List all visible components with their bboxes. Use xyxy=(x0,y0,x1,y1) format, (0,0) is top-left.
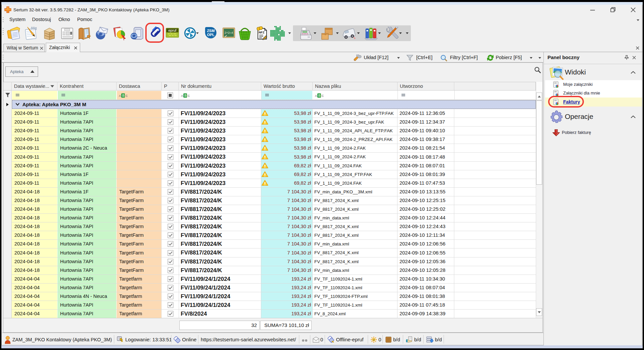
svg-text:B: B xyxy=(318,94,321,98)
svg-text:B: B xyxy=(122,94,125,98)
svg-text:OPL: OPL xyxy=(207,33,215,37)
svg-text:C: C xyxy=(188,94,190,98)
svg-text:NFZ: NFZ xyxy=(259,31,265,34)
svg-text:2+2=4: 2+2=4 xyxy=(224,31,233,34)
svg-text:epruf: epruf xyxy=(168,28,176,32)
svg-text:B: B xyxy=(184,94,187,98)
svg-text:C: C xyxy=(322,94,324,98)
svg-text:C: C xyxy=(126,94,128,98)
svg-text:A: A xyxy=(315,94,317,98)
svg-text:ZSM: ZSM xyxy=(207,29,214,33)
svg-text:A: A xyxy=(119,94,121,98)
svg-text:A: A xyxy=(181,94,183,98)
